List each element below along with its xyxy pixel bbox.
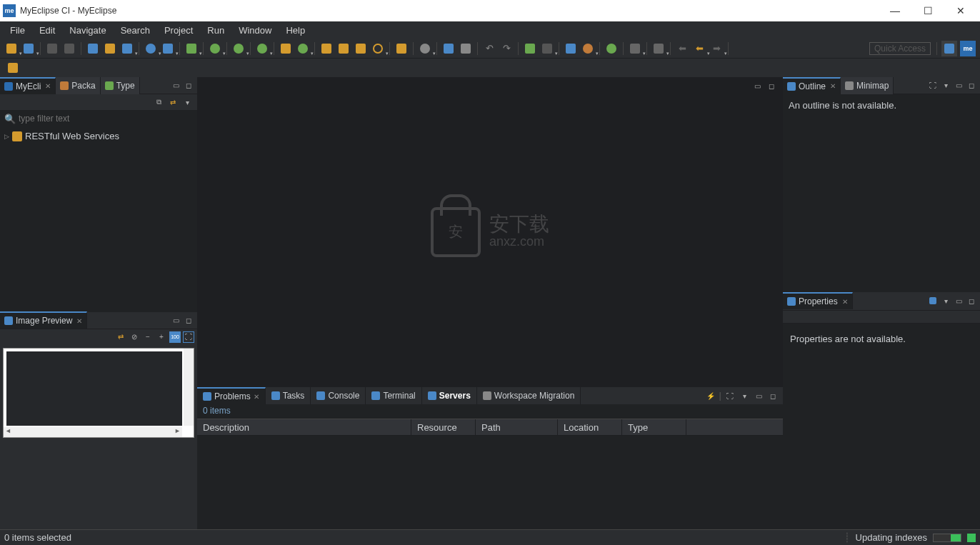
nav-forward-button[interactable]: ➡ [709, 41, 724, 56]
zoom-out-icon[interactable]: − [142, 331, 154, 343]
user-button[interactable] [417, 41, 433, 56]
close-icon[interactable]: ✕ [254, 393, 259, 401]
palette-button[interactable] [580, 41, 596, 56]
tab-problems[interactable]: Problems ✕ [197, 387, 266, 404]
tree-item[interactable]: ▷ RESTful Web Services [4, 130, 193, 142]
close-button[interactable]: ✕ [944, 0, 977, 21]
debug-button[interactable] [184, 41, 199, 56]
maximize-view-icon[interactable]: ◻ [183, 80, 194, 91]
tab-servers[interactable]: Servers [422, 387, 477, 404]
coverage-button[interactable] [231, 41, 246, 56]
tab-console[interactable]: Console [311, 387, 366, 404]
minimize-button[interactable]: — [879, 0, 911, 21]
search-button[interactable] [370, 41, 386, 56]
view-menu-icon[interactable]: ▾ [181, 96, 193, 108]
myeclipse-perspective-button[interactable]: me [960, 41, 976, 56]
maximize-editor-icon[interactable]: ◻ [766, 80, 777, 91]
tab-image-preview[interactable]: Image Preview ✕ [0, 311, 87, 329]
minimize-view-icon[interactable]: ▭ [170, 80, 181, 91]
minimize-view-icon[interactable]: ▭ [753, 390, 764, 401]
focus-icon[interactable]: ⛶ [927, 80, 939, 91]
maximize-view-icon[interactable]: ◻ [966, 80, 977, 91]
maximize-view-icon[interactable]: ◻ [183, 314, 194, 326]
tab-workspace-migration[interactable]: Workspace Migration [477, 387, 581, 404]
minimize-view-icon[interactable]: ▭ [953, 295, 964, 306]
menu-project[interactable]: Project [157, 24, 200, 37]
settings-icon[interactable] [563, 41, 579, 56]
col-path[interactable]: Path [476, 419, 558, 435]
run-button[interactable] [207, 41, 223, 56]
run-last-button[interactable] [254, 41, 270, 56]
close-icon[interactable]: ✕ [842, 298, 848, 306]
folder1-icon[interactable] [319, 41, 334, 56]
pin-icon[interactable] [927, 295, 939, 306]
browser-button[interactable] [143, 41, 159, 56]
col-description[interactable]: Description [197, 419, 411, 435]
server-button[interactable] [119, 41, 135, 56]
link-editor-icon[interactable]: ⇄ [167, 96, 179, 108]
download-button[interactable] [539, 41, 555, 56]
col-location[interactable]: Location [558, 419, 622, 435]
col-resource[interactable]: Resource [411, 419, 476, 435]
perspective-button[interactable] [941, 41, 957, 56]
collapse-all-icon[interactable]: ⧉ [153, 96, 164, 108]
folder2-icon[interactable] [336, 41, 351, 56]
new-button[interactable] [4, 41, 19, 56]
new-package-button[interactable] [278, 41, 294, 56]
menu-window[interactable]: Window [231, 24, 279, 37]
tab-outline[interactable]: Outline ✕ [783, 77, 841, 94]
maximize-view-icon[interactable]: ◻ [966, 295, 977, 306]
wand-icon[interactable] [458, 41, 474, 56]
zoom-in-icon[interactable]: + [156, 331, 167, 343]
view-menu-icon[interactable]: ▾ [940, 80, 951, 91]
zoom-100-icon[interactable]: 100 [169, 331, 181, 343]
flask-icon[interactable] [102, 41, 118, 56]
horizontal-scrollbar[interactable] [4, 427, 182, 437]
clear-icon[interactable]: ⊘ [129, 331, 140, 343]
col-type[interactable]: Type [622, 419, 686, 435]
tab-minimap[interactable]: Minimap [841, 77, 894, 94]
back-button[interactable]: ⬅ [674, 41, 690, 56]
undo-button[interactable]: ↶ [481, 41, 497, 56]
filter-input[interactable] [19, 114, 193, 124]
menu-navigate[interactable]: Navigate [62, 24, 113, 37]
link2-button[interactable] [651, 41, 666, 56]
save-all-button[interactable] [61, 41, 77, 56]
tab-package-explorer[interactable]: Packa [56, 77, 100, 94]
open-resource-icon[interactable] [5, 60, 21, 76]
new-project-button[interactable] [21, 41, 36, 56]
progress-indicator[interactable] [967, 534, 976, 542]
vertical-scrollbar[interactable] [184, 349, 194, 426]
menu-run[interactable]: Run [200, 24, 231, 37]
power-icon[interactable] [604, 41, 619, 56]
notes-icon[interactable] [394, 41, 409, 56]
focus-icon[interactable]: ⛶ [724, 390, 736, 401]
zoom-fit-icon[interactable]: ⛶ [183, 331, 194, 343]
menu-edit[interactable]: Edit [32, 24, 62, 37]
close-icon[interactable]: ✕ [45, 82, 51, 90]
close-icon[interactable]: ✕ [76, 317, 82, 325]
minimize-editor-icon[interactable]: ▭ [751, 80, 763, 91]
close-icon[interactable]: ✕ [830, 82, 836, 90]
progress-bar[interactable] [933, 534, 961, 542]
maximize-view-icon[interactable]: ◻ [767, 390, 779, 401]
menu-help[interactable]: Help [279, 24, 312, 37]
tab-type-hierarchy[interactable]: Type [101, 77, 140, 94]
tab-terminal[interactable]: Terminal [366, 387, 421, 404]
minimize-view-icon[interactable]: ▭ [953, 80, 964, 91]
expand-arrow-icon[interactable]: ▷ [4, 133, 9, 140]
grid-icon[interactable] [85, 41, 101, 56]
save-button[interactable] [44, 41, 60, 56]
maximize-button[interactable]: ☐ [911, 0, 944, 21]
upload-icon[interactable] [522, 41, 538, 56]
filter-icon[interactable]: ⚡ [705, 390, 716, 401]
tab-tasks[interactable]: Tasks [266, 387, 311, 404]
minimize-view-icon[interactable]: ▭ [170, 314, 181, 326]
new-class-button[interactable] [295, 41, 311, 56]
menu-search[interactable]: Search [114, 24, 157, 37]
sync-icon[interactable]: ⇄ [115, 331, 126, 343]
open-folder-button[interactable] [353, 41, 369, 56]
menu-file[interactable]: File [3, 24, 32, 37]
redo-button[interactable]: ↷ [499, 41, 514, 56]
monitor-icon[interactable] [441, 41, 456, 56]
